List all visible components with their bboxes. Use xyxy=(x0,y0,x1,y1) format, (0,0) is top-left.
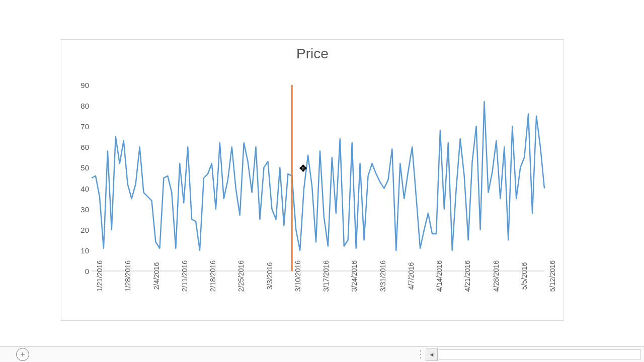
plot-area[interactable]: ✥ 01020304050607080901/21/20161/28/20162… xyxy=(92,85,544,271)
x-axis-tick-label: 3/24/2016 xyxy=(350,260,358,292)
x-axis-tick-label: 4/21/2016 xyxy=(463,260,471,292)
line-chart-svg xyxy=(92,85,544,271)
y-axis-tick-label: 10 xyxy=(69,246,89,254)
y-axis-tick-label: 40 xyxy=(69,184,89,193)
status-bar: + ◄ xyxy=(0,346,644,362)
y-axis-tick-label: 20 xyxy=(69,225,89,234)
x-axis-tick-label: 3/3/2016 xyxy=(266,262,274,290)
price-series-line xyxy=(92,102,544,250)
x-axis-tick-label: 1/21/2016 xyxy=(96,260,104,292)
chart-title: Price xyxy=(61,46,564,62)
x-axis-tick-label: 4/14/2016 xyxy=(435,260,443,292)
x-axis-tick-label: 2/4/2016 xyxy=(152,262,160,290)
x-axis-tick-label: 4/28/2016 xyxy=(492,260,500,292)
x-axis-tick-label: 5/5/2016 xyxy=(520,262,528,290)
chart-container[interactable]: Price ✥ 01020304050607080901/21/20161/28… xyxy=(61,39,564,321)
y-axis-tick-label: 70 xyxy=(69,122,89,131)
x-axis-tick-label: 3/10/2016 xyxy=(294,260,302,292)
y-axis-tick-label: 60 xyxy=(69,143,89,151)
y-axis-tick-label: 90 xyxy=(69,81,89,89)
scroll-grip[interactable] xyxy=(419,349,423,359)
x-axis-tick-label: 2/25/2016 xyxy=(237,260,245,292)
x-axis-tick-label: 1/28/2016 xyxy=(124,260,132,292)
x-axis-tick-label: 4/7/2016 xyxy=(407,262,415,290)
move-cursor-icon: ✥ xyxy=(299,163,307,174)
x-axis-tick-label: 3/31/2016 xyxy=(379,260,387,292)
horizontal-scrollbar[interactable] xyxy=(439,349,641,359)
y-axis-tick-label: 0 xyxy=(69,267,89,276)
y-axis-tick-label: 50 xyxy=(69,163,89,172)
x-axis-tick-label: 2/11/2016 xyxy=(181,260,189,292)
x-axis-tick-label: 5/12/2016 xyxy=(548,260,556,292)
x-axis-tick-label: 2/18/2016 xyxy=(209,260,217,292)
x-axis-tick-label: 3/17/2016 xyxy=(322,260,330,292)
y-axis-tick-label: 30 xyxy=(69,205,89,213)
add-sheet-button[interactable]: + xyxy=(16,348,29,361)
y-axis-tick-label: 80 xyxy=(69,102,89,110)
scroll-left-button[interactable]: ◄ xyxy=(426,348,438,361)
